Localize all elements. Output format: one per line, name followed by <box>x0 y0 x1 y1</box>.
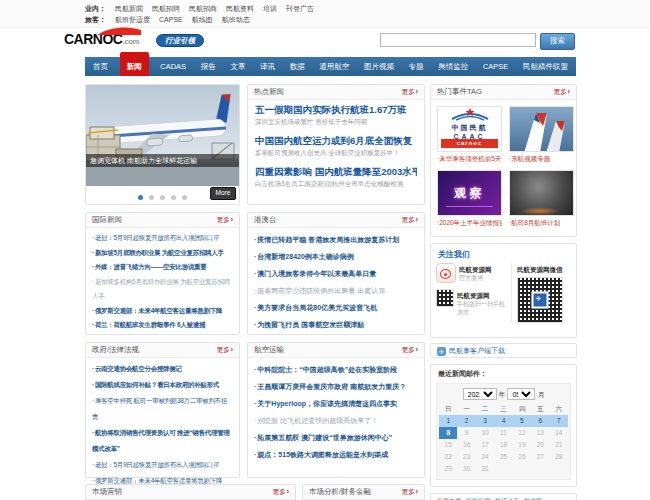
weibo-sub: 官方微博 <box>459 274 492 282</box>
nav-tab[interactable]: 图片视频 <box>361 57 397 76</box>
topbar-link[interactable]: 民航资料 <box>226 4 254 14</box>
site-logo[interactable]: CARNOC.com <box>64 31 139 47</box>
tag-tile-caption[interactable]: ·来华乘客须登机前5天… <box>437 153 502 164</box>
calendar-day: 21 <box>550 439 568 451</box>
nav-tab[interactable]: 文章 <box>227 57 248 76</box>
nav-tab[interactable]: 数据 <box>287 57 308 76</box>
mobile-qr-row[interactable]: 民航资源网 手机版扫一扫手机浏览 <box>436 289 508 316</box>
carousel-dot[interactable] <box>182 195 187 200</box>
hot-tags-title: 热门事件TAG <box>437 87 482 97</box>
news-link[interactable]: 王昌顺谭万庚拜会重庆市政府 南航欲发力重庆？ <box>254 378 418 395</box>
tag-tile-caption[interactable]: ·航司8月航班计划 <box>509 217 574 228</box>
news-link[interactable]: 新加坡5月底联办职业展 为航空业复苏招聘人手 <box>92 246 233 261</box>
gov-law-more-link[interactable]: 更多 <box>217 346 233 355</box>
news-link[interactable]: 疫情已转趋平稳 香港旅发局推出旅游复苏计划 <box>254 231 418 248</box>
tag-tile-caption[interactable]: ·2020年上半年业绩报告 <box>437 217 502 228</box>
nav-tab[interactable]: CAPSE <box>480 57 511 76</box>
air-transport-more-link[interactable]: 更多 <box>402 346 418 355</box>
nav-tab[interactable]: 新闻 <box>120 52 149 76</box>
carousel-dot[interactable] <box>138 195 143 200</box>
calendar-day[interactable]: 2 <box>457 415 475 427</box>
year-select[interactable]: 2022 <box>463 388 497 400</box>
news-link[interactable]: 航协将取消销售代理资质认可 推进“销售代理管理模式改革” <box>92 425 233 457</box>
news-link[interactable]: 别眨眼 比飞机还要快的超级高铁来了！ <box>254 412 418 429</box>
app-icon: ✈ <box>437 347 446 356</box>
news-link[interactable]: 乘客空中猝死 航司一审被判赔38万二审被判不担责 <box>92 393 233 425</box>
topbar-link[interactable]: 刊登广告 <box>286 4 314 14</box>
calendar-day[interactable]: 7 <box>550 415 568 427</box>
tag-tile[interactable]: ·东航视频专题 <box>509 106 574 164</box>
nav-tab[interactable]: 民航稿件联盟 <box>520 57 571 76</box>
tag-tile[interactable]: ·航司8月航班计划 <box>509 170 574 228</box>
hot-news-headline[interactable]: 四重因素影响 国内航班量降至2003水平 <box>255 164 417 179</box>
search-input[interactable] <box>380 33 536 47</box>
nav-tab[interactable]: 通用航空 <box>316 57 352 76</box>
marketing-more-link[interactable]: 更多 <box>273 488 289 497</box>
news-link[interactable]: 外媒：波音飞错方向——空安比游说重要 <box>92 260 233 275</box>
calendar-weekday: 六 <box>550 403 568 415</box>
tag-tile[interactable]: 观察·2020年上半年业绩报告 <box>437 170 502 228</box>
calendar-day[interactable]: 4 <box>494 415 512 427</box>
topbar-link[interactable]: 民航招聘 <box>152 4 180 14</box>
tag-tile-image-smoke <box>509 170 574 216</box>
calendar-day[interactable]: 1 <box>439 415 457 427</box>
news-link[interactable]: 关于Hyperloop，你应该先搞清楚这四点事实 <box>254 395 418 412</box>
nav-tab[interactable]: 报告 <box>198 57 219 76</box>
carousel-dot[interactable] <box>160 195 165 200</box>
carousel-dot[interactable] <box>149 195 154 200</box>
news-link[interactable]: 国泰两前空少违防疫例外出聚餐 出庭认罪 <box>254 282 418 299</box>
carousel-caption[interactable]: 急调宽体机 南航助力全球鲜花运输 <box>86 154 239 167</box>
news-link[interactable]: 荷兰：荷航航班发生群殴事件 6人被逮捕 <box>92 318 233 333</box>
topbar-link[interactable]: 民航招商 <box>189 4 217 14</box>
carousel-image[interactable]: 急调宽体机 南航助力全球鲜花运输 <box>86 85 239 186</box>
finance-more-link[interactable]: 更多 <box>402 488 418 497</box>
intl-news-more-link[interactable]: 更多 <box>217 216 233 225</box>
topbar-link[interactable]: 培训 <box>263 4 277 14</box>
nav-tab[interactable]: 专题 <box>406 57 427 76</box>
air-transport-title: 航空运输 <box>254 345 284 355</box>
calendar-day-selected[interactable]: 8 <box>439 427 457 439</box>
hot-news-headline[interactable]: 中国国内航空运力或到6月底全面恢复 <box>255 133 417 148</box>
news-link[interactable]: 观点：515铁路大调图释放运能是水到渠成 <box>254 446 418 463</box>
news-link[interactable]: 美方要求台当局花80亿美元买波音飞机 <box>254 299 418 316</box>
hkmo-more-link[interactable]: 更多 <box>402 216 418 225</box>
topbar-link[interactable]: 航班舒适度 <box>115 15 150 25</box>
search-button[interactable]: 搜索 <box>540 33 575 50</box>
news-link[interactable]: 新加坡多机构5月底联办职业展 为航空业复苏招聘人手 <box>92 275 233 304</box>
news-link[interactable]: 老挝：5月9日起恢复开放所有出入境国际口岸 <box>92 457 233 473</box>
calendar-day[interactable]: 5 <box>513 415 531 427</box>
carousel-dot[interactable] <box>171 195 176 200</box>
topbar-link[interactable]: 航班动态 <box>222 15 250 25</box>
topbar-row: 业内：民航新闻民航招聘民航招商民航资料培训刊登广告 <box>85 3 314 14</box>
calendar-title: 最近新闻邮件： <box>431 365 576 381</box>
nav-tab[interactable]: 舆情监控 <box>435 57 471 76</box>
month-select[interactable]: 05 <box>507 388 535 400</box>
news-link[interactable]: 中科院院士：“中国超级高铁”处在实验室阶段 <box>254 361 418 378</box>
app-download-link[interactable]: 民航事客户端下载 <box>449 346 505 356</box>
hot-news-more-link[interactable]: 更多 <box>402 88 418 97</box>
hot-news-headline[interactable]: 五一假期国内实际执行航班1.67万班 <box>255 102 417 117</box>
hot-tags-more-link[interactable]: 更多 <box>554 88 570 97</box>
calendar-day[interactable]: 6 <box>531 415 549 427</box>
news-link[interactable]: 老挝：5月9日起恢复开放所有出入境国际口岸 <box>92 231 233 246</box>
topbar-link[interactable]: 民航新闻 <box>115 4 143 14</box>
carousel-more-button[interactable]: More <box>210 187 236 200</box>
calendar-day[interactable]: 3 <box>476 415 494 427</box>
nav-tab[interactable]: CADAS <box>157 57 189 76</box>
nav-tab[interactable]: 首页 <box>90 57 111 76</box>
tag-tile[interactable]: 中国民航CAACcarnoc·来华乘客须登机前5天… <box>437 106 502 164</box>
news-link[interactable]: 云南交通协会航空分会授牌侧记 <box>92 361 233 377</box>
news-link[interactable]: 澳门入境旅客录得今年以来最高单日量 <box>254 265 418 282</box>
news-link[interactable]: 为挽留飞行员 国泰航空发巨额津贴 <box>254 316 418 333</box>
calendar-weekday: 日 <box>439 403 457 415</box>
news-link[interactable]: 国际航线应如何补贴？看日本政府的补贴形式 <box>92 377 233 393</box>
weibo-row[interactable]: 民航资源网 官方微博 <box>436 263 508 283</box>
news-link[interactable]: 拓展第五航权 澳门建设“世界旅游休闲中心” <box>254 429 418 446</box>
news-link[interactable]: 台湾新增28420例本土确诊病例 <box>254 248 418 265</box>
topbar-link[interactable]: CAPSE <box>159 16 183 23</box>
news-link[interactable]: 俄罗斯交通部：未来4年航空客运量将急剧下降 <box>92 304 233 319</box>
nav-tab[interactable]: 译讯 <box>257 57 278 76</box>
topbar-link[interactable]: 航线图 <box>192 15 213 25</box>
tag-tile-caption[interactable]: ·东航视频专题 <box>509 153 574 164</box>
weibo-name: 民航资源网 <box>459 265 492 274</box>
